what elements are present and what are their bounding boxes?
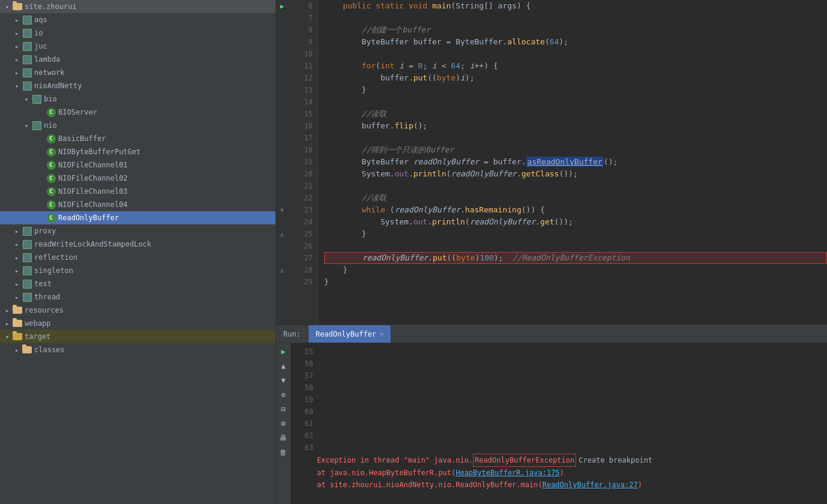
code-text xyxy=(394,60,399,72)
run-tab-readonlybuffer[interactable]: ReadOnlyBuffer ✕ xyxy=(308,325,391,343)
run-filter-button[interactable]: ⊟ xyxy=(277,403,289,415)
sidebar-item-bio[interactable]: ▾ bio xyxy=(0,92,275,106)
run-play-button[interactable]: ▶ xyxy=(277,346,289,358)
package-icon xyxy=(22,28,32,38)
field-out2: out xyxy=(413,216,427,228)
method-getclass: getClass xyxy=(522,168,559,180)
sidebar-item-aqs[interactable]: ▸ aqs xyxy=(0,13,275,26)
sidebar-item-readwritelock[interactable]: ▸ readWriteLockAndStampedLock xyxy=(0,238,275,251)
sidebar-item-niofilechannel01[interactable]: C NIOFileChannel01 xyxy=(0,158,275,172)
run-ln-61: 61 xyxy=(296,418,313,430)
sidebar-item-juc[interactable]: ▸ juc xyxy=(0,40,275,53)
package-icon xyxy=(22,68,32,77)
sidebar-item-network[interactable]: ▸ network xyxy=(0,66,275,79)
var-rob2: readOnlyBuffer xyxy=(451,168,517,180)
code-line-10 xyxy=(324,48,827,60)
arrow-right-icon: ▸ xyxy=(12,70,22,76)
run-clear-button[interactable]: 🗑 xyxy=(277,446,289,458)
sidebar-item-label: site.zhourui xyxy=(25,2,77,11)
sidebar-item-thread[interactable]: ▸ thread xyxy=(0,290,275,304)
code-line-24: System.out.println(readOnlyBuffer.get())… xyxy=(324,216,827,228)
sidebar-item-readonlybuffer[interactable]: C ReadOnlyBuffer xyxy=(0,211,275,224)
class-icon: C xyxy=(46,134,56,143)
package-icon xyxy=(22,55,32,64)
run-print-button[interactable]: 🖶 xyxy=(277,432,289,444)
gutter-row-16 xyxy=(276,120,288,132)
sidebar-item-resources[interactable]: ▸ resources xyxy=(0,304,275,317)
sidebar-item-proxy[interactable]: ▸ proxy xyxy=(0,224,275,238)
fold-icon-23[interactable]: ▽ xyxy=(280,207,283,213)
exception-class[interactable]: ReadOnlyBufferException xyxy=(473,454,576,467)
line-num-22: 22 xyxy=(288,192,313,204)
method-main: main xyxy=(432,0,451,12)
code-text: < xyxy=(437,60,451,72)
sidebar-item-webapp[interactable]: ▸ webapp xyxy=(0,317,275,330)
run-label[interactable]: Run: xyxy=(276,325,308,343)
sidebar-item-label: lambda xyxy=(34,55,60,64)
sidebar-item-label: resources xyxy=(25,306,64,314)
sidebar-item-niobytebufferputget[interactable]: C NIOByteBufferPutGet xyxy=(0,145,275,158)
sidebar-item-singleton[interactable]: ▸ singleton xyxy=(0,264,275,277)
keyword-public: public xyxy=(324,0,376,12)
stack-prefix-1: at java.nio.HeapByteBufferR.put( xyxy=(317,469,456,477)
sidebar-item-basicbuffer[interactable]: C BasicBuffer xyxy=(0,132,275,145)
sidebar-item-classes[interactable]: ▸ classes xyxy=(0,343,275,356)
run-settings-button[interactable]: ⚙ xyxy=(277,389,289,401)
sidebar-item-label: test xyxy=(34,280,52,288)
line-num-29: 29 xyxy=(288,276,313,288)
sidebar-item-bioserver[interactable]: C BIOServer xyxy=(0,106,275,119)
sidebar-item-reflection[interactable]: ▸ reflection xyxy=(0,251,275,264)
code-text xyxy=(324,204,362,216)
run-out-57 xyxy=(317,370,822,382)
sidebar-item-label: proxy xyxy=(34,227,56,235)
stack-link-2[interactable]: ReadOnlyBuffer.java:27 xyxy=(543,481,638,489)
line-num-28: 28 xyxy=(288,264,313,276)
run-out-58 xyxy=(317,382,822,394)
comment-18: //得到一个只读的Buffer xyxy=(324,144,454,156)
sidebar-item-io[interactable]: ▸ io xyxy=(0,26,275,40)
arrow-right-icon: ▸ xyxy=(12,347,22,353)
keyword-byte: byte xyxy=(437,72,456,84)
class-icon: C xyxy=(46,160,56,170)
line-num-21: 21 xyxy=(288,180,313,192)
gutter-row-27 xyxy=(276,252,288,264)
sidebar-item-site-zhourui[interactable]: ▾ site.zhourui xyxy=(0,0,275,13)
run-scroll-up-button[interactable]: ▲ xyxy=(277,360,289,372)
code-text: } xyxy=(324,264,347,276)
fold-icon-28[interactable]: △ xyxy=(280,267,283,273)
line-num-7: 7 xyxy=(288,12,313,24)
play-icon[interactable]: ▶ xyxy=(280,2,284,10)
keyword-void: void xyxy=(409,0,432,12)
fold-icon-25[interactable]: △ xyxy=(280,231,283,237)
close-icon[interactable]: ✕ xyxy=(380,331,383,337)
code-line-17 xyxy=(324,132,827,144)
var-i1: i xyxy=(399,60,404,72)
sidebar-item-niofilechannel03[interactable]: C NIOFileChannel03 xyxy=(0,185,275,198)
sidebar-item-niofilechannel02[interactable]: C NIOFileChannel02 xyxy=(0,172,275,185)
sidebar-item-nioandnetty[interactable]: ▾ nioAndNetty xyxy=(0,79,275,92)
line-num-13: 13 xyxy=(288,84,313,96)
line-num-17: 17 xyxy=(288,132,313,144)
code-text: ()); xyxy=(555,216,573,228)
create-breakpoint-label[interactable]: Create breakpoint xyxy=(579,456,652,464)
sidebar-item-test[interactable]: ▸ test xyxy=(0,277,275,290)
sidebar-item-label: thread xyxy=(34,293,60,301)
arrow-right-icon: ▸ xyxy=(12,56,22,63)
sidebar-item-niofilechannel04[interactable]: C NIOFileChannel04 xyxy=(0,198,275,211)
code-line-16: buffer.flip(); xyxy=(324,120,827,132)
sidebar-item-target[interactable]: ▾ target xyxy=(0,330,275,343)
sidebar-item-nio[interactable]: ▾ nio xyxy=(0,119,275,132)
sidebar-item-label: target xyxy=(25,332,50,341)
run-scroll-down-button[interactable]: ▼ xyxy=(277,374,289,386)
code-text: . xyxy=(409,168,413,180)
code-text: ( xyxy=(385,204,395,216)
code-container: ▶ ▽ △ xyxy=(276,0,827,324)
sidebar-item-lambda[interactable]: ▸ lambda xyxy=(0,53,275,66)
stack-link-1[interactable]: HeapByteBufferR.java:175 xyxy=(456,469,559,477)
sidebar-item-label: classes xyxy=(34,346,65,354)
code-text: (( xyxy=(427,72,437,84)
code-text: ()); xyxy=(559,168,577,180)
run-filter2-button[interactable]: ⊞ xyxy=(277,418,289,430)
code-content[interactable]: public static void main(String[] args) {… xyxy=(318,0,827,324)
run-sidebar: ▶ ▲ ▼ ⚙ ⊟ ⊞ 🖶 🗑 xyxy=(276,343,291,504)
